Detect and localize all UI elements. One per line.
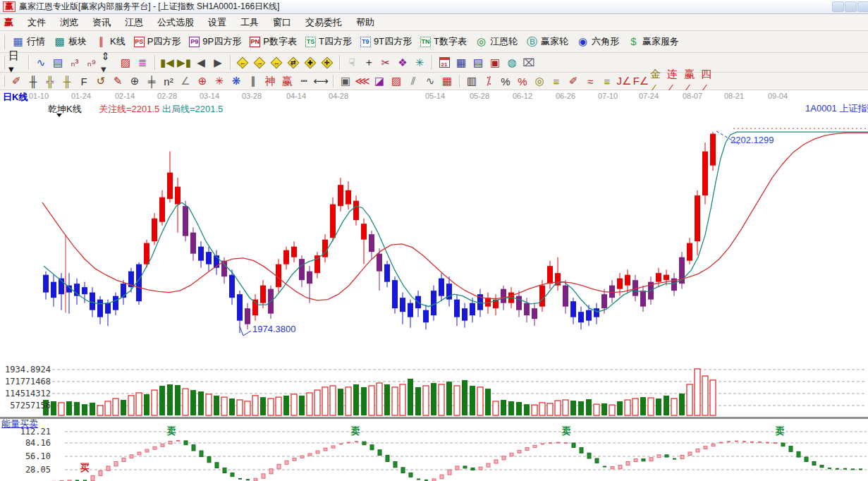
pen-tool[interactable]: ✐ [8,73,25,89]
diamond-right-button[interactable]: → [251,55,268,71]
j-angle-tool[interactable]: J∠ [616,73,632,89]
brush-tool[interactable]: ✐ [565,73,582,89]
pause-tool[interactable]: ∥ [245,73,262,89]
hexagon-button[interactable]: ◉六角形 [573,33,623,50]
four-angle-tool[interactable]: 四∠ [700,73,717,89]
wave-tool[interactable]: ∿ [422,73,439,89]
save-tool[interactable]: ▣ [487,55,503,71]
box-select-tool[interactable]: ▣ [337,73,354,89]
kline-chart[interactable]: 买卖卖卖卖 [0,102,868,481]
diamond-left-button[interactable]: ← [234,55,251,71]
web-update-tool[interactable]: ◍ [503,55,520,71]
p-square-button[interactable]: PSP四方形 [130,33,185,50]
info-doc-tool[interactable]: ▤ [49,55,66,71]
fan-lines-tool[interactable]: ⋘ [354,73,371,89]
pattern-box-tool[interactable]: ▨ [117,55,134,71]
menu-item-4[interactable]: 公式选股 [150,15,201,30]
nav-last-button[interactable]: ▶▮ [176,55,192,71]
nav-next-button[interactable]: ▶ [209,55,226,71]
hatch-tool[interactable]: ╫ [25,73,42,89]
angle-fan-tool[interactable]: ⫽ [405,73,422,89]
fan-box-tool[interactable]: ◪ [371,73,388,89]
ruler-tool[interactable]: ┉ [295,73,312,89]
p-number-button[interactable]: PNP数字表 [245,33,301,50]
gold-grid2-tool[interactable]: ╫ [59,73,75,89]
channel-tool[interactable]: ≈ [582,73,599,89]
candle-style-tool[interactable]: ⇕ ▾ [100,55,117,71]
gann-shape-tool[interactable]: ❖ [394,55,411,71]
grid-box-tool[interactable]: ▦ [439,73,456,89]
menu-item-0[interactable]: 文件 [20,15,53,30]
percent-tool[interactable]: % [497,73,514,89]
menu-item-1[interactable]: 浏览 [53,15,85,30]
menu-item-5[interactable]: 设置 [201,15,233,30]
sectors-button[interactable]: ▩板块 [49,33,91,50]
kline-button[interactable]: ∥K线 [91,33,130,50]
hist-bars-tool[interactable]: ▥ [463,73,480,89]
diamond-hspan-button[interactable]: ↔ [268,55,285,71]
system-tool[interactable]: ⌧ [520,55,537,71]
tab-daily-kline[interactable]: 日K线 [3,91,27,104]
9p-square-button[interactable]: P99P四方形 [185,33,245,50]
menu-item-8[interactable]: 交易委托 [298,15,349,30]
menu-item-6[interactable]: 工具 [233,15,266,30]
n2-tool[interactable]: n² [160,73,177,89]
hatch2-tool[interactable]: ╪ [143,73,160,89]
gold-line2-tool[interactable]: ≡ [599,73,616,89]
subchart-title[interactable]: 乾坤K线 [48,103,82,116]
bars9-tool[interactable]: ₙ⁹ [83,55,100,71]
target-tool[interactable]: ⊕ [194,73,211,89]
win-angle-tool[interactable]: 赢∠ [683,73,700,89]
color-bars-tool[interactable]: ≣ [134,55,151,71]
minimize-button[interactable] [832,1,844,12]
win-grid-tool[interactable]: 赢 [279,73,295,89]
pct-slash-tool[interactable]: ⁒ [480,73,497,89]
net-tool[interactable]: ✳ [411,55,428,71]
cut-tool[interactable]: ✂ [377,55,394,71]
menu-item-3[interactable]: 江恩 [118,15,150,30]
shen-grid-tool[interactable]: 神 [262,73,279,89]
lian-angle-tool[interactable]: 连∠ [666,73,683,89]
diamond-expand-button[interactable]: ✛ [319,55,336,71]
nav-first-button[interactable]: ▮◀ [159,55,176,71]
angle-tool[interactable]: ∠ [177,73,194,89]
pct-line-tool[interactable]: % [514,73,531,89]
gold-grid-tool[interactable]: ╬ [42,73,59,89]
maximize-button[interactable] [845,1,857,12]
hand-tool[interactable]: ☟ [343,55,360,71]
diamond-compress-button[interactable]: ⇄ [285,55,302,71]
close-button[interactable] [857,1,868,12]
spiral-tool[interactable]: ↺ [92,73,109,89]
gann-wheel-button[interactable]: ◎江恩轮 [471,33,522,50]
quotes-button[interactable]: ▦行情 [8,33,49,50]
winner-service-button[interactable]: $赢家服务 [623,33,683,50]
diamond-center-button[interactable]: ✚ [302,55,319,71]
gold-angle-tool[interactable]: 金∠ [649,73,666,89]
spiderweb-tool[interactable]: ✳ [211,73,228,89]
t-number-button[interactable]: TNT数字表 [416,33,471,50]
t-square-button[interactable]: TST四方形 [301,33,356,50]
subchart-dropdown-icon[interactable] [56,114,62,120]
crosshair-tool[interactable]: ＋ [360,55,377,71]
circle-cross-tool[interactable]: ⊕ [126,73,143,89]
winner-wheel-button[interactable]: Ⓑ赢家轮 [522,33,573,50]
gold-lines-tool[interactable]: ≡ [548,73,565,89]
spiderweb2-tool[interactable]: ❋ [228,73,245,89]
menu-item-9[interactable]: 帮助 [349,15,381,30]
period-selector[interactable]: 日 ▾ [8,55,25,71]
9t-square-button[interactable]: T99T四方形 [356,33,416,50]
calendar-tool[interactable]: 21 [436,55,453,71]
gold-circle-tool[interactable]: ◎ [531,73,548,89]
menu-item-2[interactable]: 资讯 [85,15,118,30]
calculator-tool[interactable]: ▦ [453,55,470,71]
f-angle-tool[interactable]: F∠ [632,73,649,89]
web-box-tool[interactable]: ▨ [388,73,405,89]
notes-tool[interactable]: ▤ [470,55,487,71]
pen2-tool[interactable]: ✎ [109,73,126,89]
nav-prev-button[interactable]: ◀ [192,55,209,71]
f-grid-tool[interactable]: F [75,73,92,89]
menu-item-7[interactable]: 窗口 [266,15,298,30]
zigzag-tool[interactable]: ∿ [32,55,49,71]
hspan-tool[interactable]: ⟷ [312,73,329,89]
bars3-tool[interactable]: ₙ³ [66,55,83,71]
